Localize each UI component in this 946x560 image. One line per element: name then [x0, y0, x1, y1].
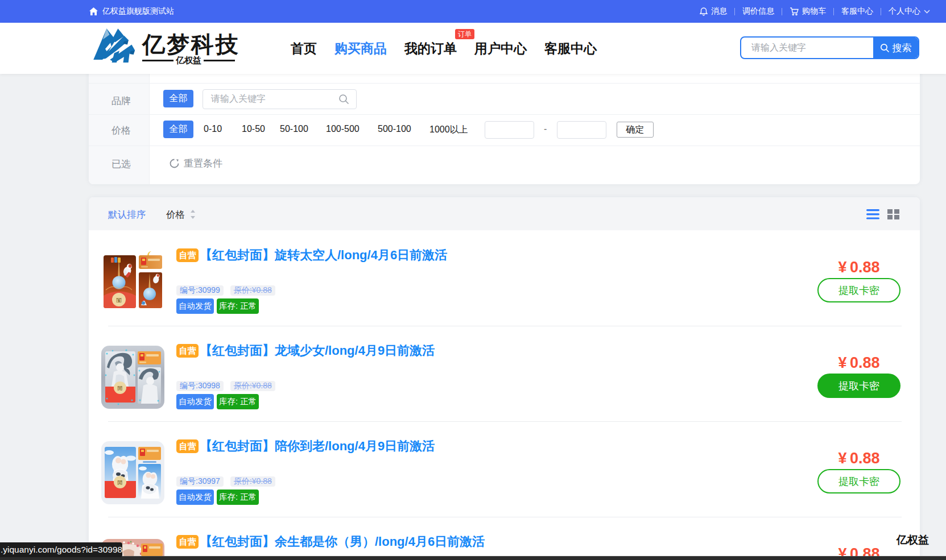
- svg-text:閞: 閞: [118, 480, 123, 486]
- svg-text:開: 開: [118, 385, 123, 391]
- svg-text:闅: 闅: [117, 297, 122, 303]
